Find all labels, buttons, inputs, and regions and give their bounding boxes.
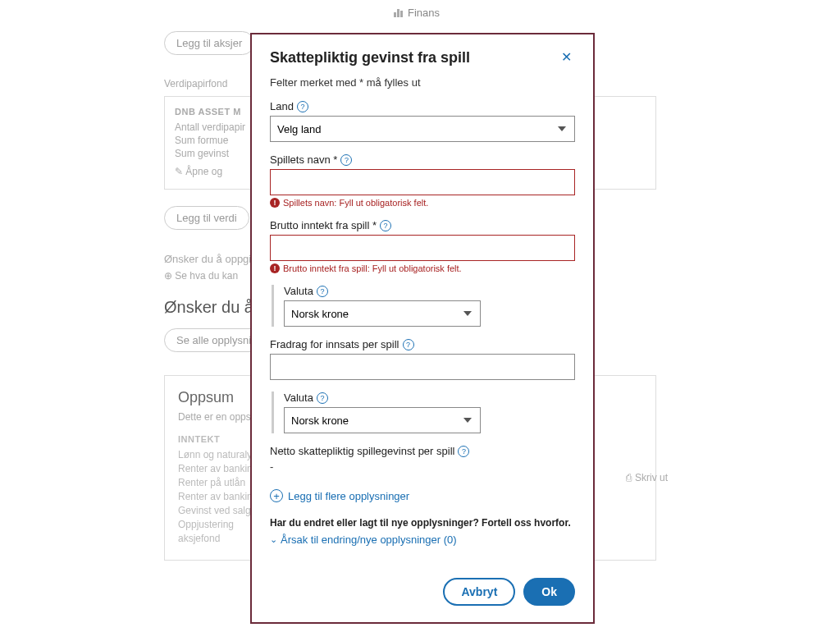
select-currency-1[interactable]: Norsk krone (284, 300, 481, 327)
error-icon: ! (270, 263, 280, 273)
field-game-name: Spillets navn * ? ! Spillets navn: Fyll … (270, 153, 575, 208)
label-net: Netto skattepliktig spillegevinst per sp… (270, 445, 454, 457)
chart-bar-icon (394, 9, 403, 17)
help-icon[interactable]: ? (340, 154, 352, 166)
help-icon[interactable]: ? (403, 339, 414, 350)
help-icon[interactable]: ? (380, 220, 391, 231)
net-value: - (270, 460, 575, 473)
input-deduction[interactable] (270, 354, 575, 380)
plus-circle-icon: + (270, 489, 283, 502)
help-icon[interactable]: ? (458, 446, 469, 457)
change-question: Har du endret eller lagt til nye opplysn… (270, 517, 575, 529)
close-button[interactable]: ✕ (558, 49, 575, 65)
error-icon: ! (270, 198, 280, 208)
error-game-name: ! Spillets navn: Fyll ut obligatorisk fe… (270, 198, 575, 208)
cancel-button[interactable]: Avbryt (443, 578, 515, 606)
help-icon[interactable]: ? (297, 101, 308, 112)
bg-card-open: Åpne og (185, 166, 222, 177)
input-gross-income[interactable] (270, 235, 575, 261)
field-net: Netto skattepliktig spillegevinst per sp… (270, 445, 575, 473)
field-gross-income: Brutto inntekt fra spill * ? ! Brutto in… (270, 219, 575, 273)
label-country: Land (270, 100, 294, 112)
field-currency-1: Valuta ? Norsk krone (272, 285, 575, 327)
input-game-name[interactable] (270, 169, 575, 195)
bg-tab-finans: Finans (394, 7, 440, 19)
chevron-down-icon: ⌄ (270, 534, 277, 545)
modal-taxable-winnings: Skattepliktig gevinst fra spill ✕ Felter… (250, 33, 595, 624)
print-link: ⎙ Skriv ut (626, 472, 668, 483)
bg-tab-label: Finans (408, 7, 440, 19)
help-icon[interactable]: ? (317, 286, 328, 297)
label-currency: Valuta (284, 285, 313, 297)
field-currency-2: Valuta ? Norsk krone (272, 392, 575, 433)
label-game-name: Spillets navn * (270, 153, 337, 166)
select-currency-2[interactable]: Norsk krone (284, 407, 481, 433)
printer-icon: ⎙ (626, 472, 632, 483)
field-deduction: Fradrag for innsats per spill ? (270, 338, 575, 380)
ok-button[interactable]: Ok (523, 578, 575, 606)
error-gross-income: ! Brutto inntekt fra spill: Fyll ut obli… (270, 263, 575, 273)
select-country[interactable]: Velg land (270, 116, 575, 142)
bg-pill-stocks: Legg til aksjer (164, 31, 254, 55)
help-icon[interactable]: ? (317, 392, 328, 404)
required-hint: Felter merket med * må fylles ut (270, 76, 575, 89)
label-gross-income: Brutto inntekt fra spill * (270, 219, 377, 231)
reason-toggle[interactable]: ⌄ Årsak til endring/nye opplysninger (0) (270, 534, 575, 546)
field-country: Land ? Velg land (270, 100, 575, 142)
modal-title: Skattepliktig gevinst fra spill (270, 49, 470, 66)
label-currency: Valuta (284, 392, 313, 404)
label-deduction: Fradrag for innsats per spill (270, 338, 399, 350)
bg-pill-value: Legg til verdi (164, 206, 249, 230)
add-more-link[interactable]: + Legg til flere opplysninger (270, 489, 575, 502)
